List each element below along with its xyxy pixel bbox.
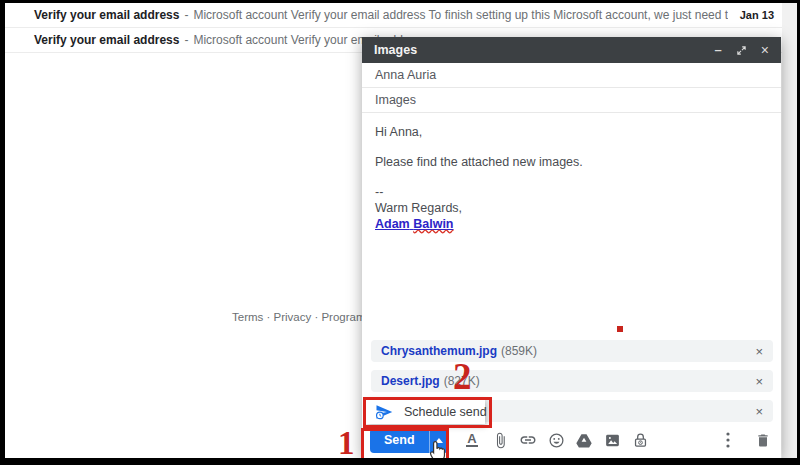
recipient-field[interactable]: Anna Auria [362, 63, 781, 88]
signature-closing: Warm Regards, [375, 200, 768, 216]
email-row[interactable]: Verify your email address - Microsoft ac… [5, 3, 782, 28]
subject-field[interactable]: Images [362, 88, 781, 113]
attachment-size: (859K) [501, 344, 537, 358]
compose-window: Images – × Anna Auria Images Hi Anna, Pl… [362, 37, 781, 458]
email-preview: Microsoft account Verify your email addr… [193, 8, 727, 22]
attachment-chip[interactable]: Chrysanthemum.jpg (859K) × [371, 340, 773, 362]
remove-attachment-icon[interactable]: × [755, 404, 763, 419]
send-button[interactable]: Send [370, 428, 429, 453]
remove-attachment-icon[interactable]: × [755, 344, 763, 359]
close-icon[interactable]: × [761, 43, 769, 57]
popout-icon[interactable] [736, 43, 747, 57]
email-subject: Verify your email address [34, 33, 179, 47]
compose-header-actions: – × [715, 43, 769, 57]
google-drive-icon[interactable] [574, 430, 595, 451]
attach-files-icon[interactable] [490, 430, 511, 451]
formatting-options-icon[interactable]: A [462, 430, 483, 451]
compose-header[interactable]: Images – × [362, 37, 781, 63]
insert-emoji-icon[interactable] [546, 430, 567, 451]
signature-name-link[interactable]: Adam Balwin [375, 217, 454, 231]
schedule-send-label: Schedule send [404, 405, 487, 419]
page-right-margin [782, 3, 797, 458]
attachment-name[interactable]: Chrysanthemum.jpg [381, 344, 497, 358]
spacer [375, 140, 768, 154]
minimize-icon[interactable]: – [715, 43, 722, 57]
spacer [375, 170, 768, 184]
attachment-chip[interactable]: Desert.jpg (827K) × [371, 370, 773, 392]
schedule-send-menu-item[interactable]: Schedule send [366, 399, 485, 424]
gmail-screen: Verify your email address - Microsoft ac… [5, 3, 797, 458]
body-message: Please find the attached new images. [375, 154, 768, 170]
email-date: Jan 13 [740, 9, 774, 21]
insert-photo-icon[interactable] [602, 430, 623, 451]
discard-draft-icon[interactable] [752, 430, 773, 451]
mouse-cursor-icon [426, 437, 449, 458]
attachment-name[interactable]: Desert.jpg [381, 374, 440, 388]
attachment-size: (827K) [444, 374, 480, 388]
annotation-number-1: 1 [338, 427, 355, 458]
email-subject: Verify your email address [34, 8, 179, 22]
signature-divider: -- [375, 184, 768, 200]
schedule-send-icon [375, 404, 393, 420]
misspelled-word: Balwin [413, 217, 453, 231]
insert-link-icon[interactable] [518, 430, 539, 451]
confidential-mode-icon[interactable] [630, 430, 651, 451]
body-greeting: Hi Anna, [375, 124, 768, 140]
toolbar-right-icons [717, 430, 773, 451]
signature-line: Adam Balwin [375, 216, 768, 232]
toolbar-icons: A [462, 430, 651, 451]
email-separator: - [184, 8, 188, 22]
remove-attachment-icon[interactable]: × [755, 374, 763, 389]
compose-body[interactable]: Hi Anna, Please find the attached new im… [362, 113, 781, 243]
compose-title: Images [374, 43, 417, 57]
email-separator: - [184, 33, 188, 47]
more-options-icon[interactable] [717, 430, 738, 451]
